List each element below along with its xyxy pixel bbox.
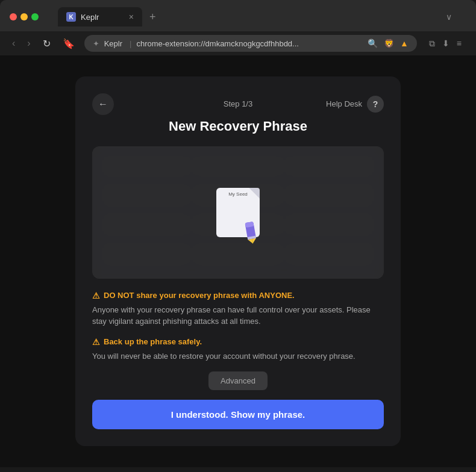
- browser-icons: ⧉ ⬇ ≡: [424, 39, 466, 49]
- menu-icon[interactable]: ≡: [457, 39, 462, 48]
- back-nav-button[interactable]: ‹: [10, 37, 17, 50]
- security-icon: ✦: [93, 39, 99, 48]
- warning-2-icon: ⚠: [92, 337, 100, 347]
- tab-title: Keplr: [81, 13, 99, 22]
- warning-1-icon: ⚠: [92, 291, 100, 300]
- new-tab-button[interactable]: +: [145, 8, 161, 26]
- page-title: New Recovery Phrase: [92, 119, 384, 134]
- active-tab[interactable]: K Keplr ×: [58, 7, 142, 26]
- tab-bar: K Keplr × + ∨: [48, 7, 466, 26]
- address-icons: 🔍 🦁 ▲: [368, 39, 409, 48]
- back-button[interactable]: ←: [92, 93, 114, 115]
- show-phrase-button[interactable]: I understood. Show my phrase.: [92, 400, 384, 429]
- warning-1-text: Anyone with your recovery phrase can hav…: [92, 304, 384, 328]
- warning-section-1: ⚠ DO NOT share your recovery phrase with…: [92, 291, 384, 328]
- tab-close-button[interactable]: ×: [129, 12, 134, 22]
- pencil-icon: [240, 217, 268, 245]
- warning-2-text: You will never be able to restore your a…: [92, 350, 384, 362]
- seed-document-icon: My Seed: [216, 188, 260, 237]
- download-icon[interactable]: ⬇: [442, 39, 449, 48]
- reload-button[interactable]: ↻: [40, 37, 53, 51]
- warning-section-2: ⚠ Back up the phrase safely. You will ne…: [92, 337, 384, 362]
- forward-nav-button[interactable]: ›: [25, 37, 33, 50]
- help-icon: ?: [367, 96, 384, 113]
- extensions-icon[interactable]: ⧉: [429, 39, 435, 49]
- content-area: ← Step 1/3 Help Desk ? New Recovery Phra…: [0, 55, 476, 467]
- back-arrow-icon: ←: [98, 99, 108, 110]
- warning-2-title: ⚠ Back up the phrase safely.: [92, 337, 384, 347]
- warning-1-title: ⚠ DO NOT share your recovery phrase with…: [92, 291, 384, 300]
- bookmark-button[interactable]: 🔖: [60, 37, 77, 51]
- maximize-traffic-light[interactable]: [31, 13, 39, 20]
- advanced-button[interactable]: Advanced: [208, 371, 268, 390]
- address-field[interactable]: ✦ Keplr | chrome-extension://dmkamcknogk…: [84, 35, 417, 52]
- tab-favicon: K: [66, 12, 76, 22]
- traffic-lights: [10, 13, 39, 20]
- warning-2-title-text: Back up the phrase safely.: [104, 337, 202, 346]
- panel-header: ← Step 1/3 Help Desk ?: [92, 93, 384, 115]
- minimize-traffic-light[interactable]: [20, 13, 28, 20]
- extension-panel: ← Step 1/3 Help Desk ? New Recovery Phra…: [75, 76, 401, 447]
- step-label: Step 1/3: [224, 99, 252, 108]
- seed-icon-container: My Seed: [216, 188, 260, 237]
- address-bar: ‹ › ↻ 🔖 ✦ Keplr | chrome-extension://dmk…: [0, 31, 476, 55]
- brave-rewards-icon[interactable]: ▲: [400, 39, 409, 48]
- browser-chrome: K Keplr × + ∨ ‹ › ↻ 🔖 ✦ Keplr | chrome-e…: [0, 0, 476, 55]
- address-separator: |: [130, 39, 131, 48]
- title-bar: K Keplr × + ∨: [0, 0, 476, 31]
- address-text: chrome-extension://dmkamcknogkgcdfhhbdd.…: [136, 39, 299, 48]
- help-desk-label: Help Desk: [326, 99, 362, 108]
- window-minimize-button[interactable]: ∨: [446, 12, 457, 22]
- site-name: Keplr: [104, 39, 122, 48]
- seed-phrase-box: My Seed: [92, 146, 384, 279]
- warning-1-title-text: DO NOT share your recovery phrase with A…: [104, 291, 295, 300]
- close-traffic-light[interactable]: [10, 13, 17, 20]
- help-desk-button[interactable]: Help Desk ?: [326, 96, 384, 113]
- search-icon[interactable]: 🔍: [368, 39, 378, 48]
- brave-icon[interactable]: 🦁: [384, 39, 394, 48]
